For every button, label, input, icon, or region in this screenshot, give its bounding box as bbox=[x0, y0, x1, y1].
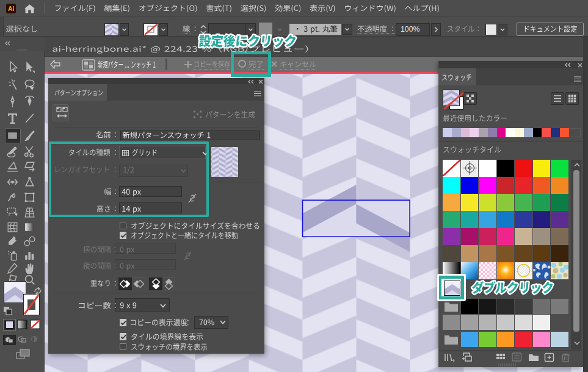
svg-text:Ai: Ai bbox=[8, 5, 15, 12]
